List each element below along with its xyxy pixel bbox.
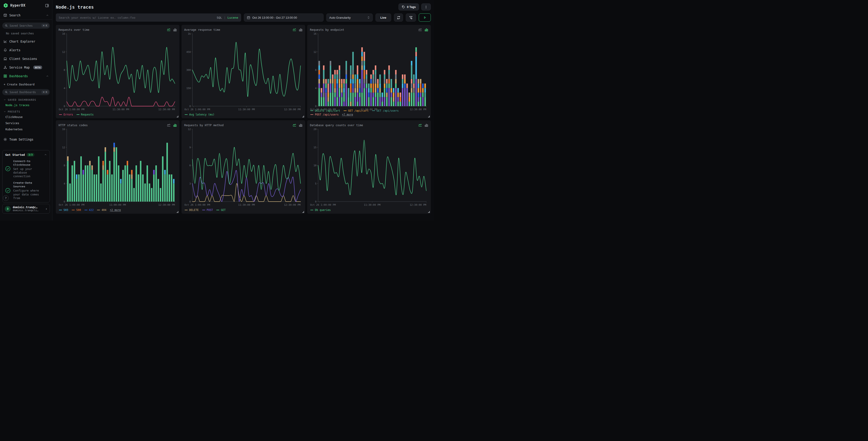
get-started-item-connect[interactable]: Connect to ClickHouse Set up your databa… [5,159,47,178]
user-menu[interactable]: D dominic.tran@c… dominic.tran@cli… › [2,204,50,214]
bar-chart-icon[interactable] [425,123,428,127]
line-chart-icon[interactable] [167,28,170,31]
panel-title: Database query counts over time [310,123,363,127]
line-chart-icon[interactable] [292,123,296,127]
legend-more-link[interactable]: +7 more [342,113,353,116]
run-query-button[interactable] [419,13,431,22]
svg-text:Oct 26 1:00:00 PM: Oct 26 1:00:00 PM [184,108,210,111]
svg-text:12: 12 [314,51,316,54]
bar-chart-icon[interactable] [173,123,177,127]
get-started-item-sources[interactable]: Create Data Sources Configure where your… [5,181,47,200]
granularity-select[interactable]: Auto Granularity [326,13,373,22]
line-chart-icon[interactable] [167,123,170,127]
lucene-toggle[interactable]: Lucene [227,16,238,19]
bar-chart-icon[interactable] [425,28,428,31]
tags-button-label: 0 Tags [407,5,416,9]
section-presets[interactable]: PRESETS [0,108,52,114]
legend-dash [59,114,62,115]
search-layout-icon [3,13,7,17]
collapse-sidebar-icon[interactable] [45,4,49,7]
section-saved-dashboards[interactable]: SAVED DASHBOARDS [0,96,52,102]
legend-label[interactable]: +7 more [342,113,353,116]
panel-resize-handle[interactable] [177,116,178,117]
svg-text:300: 300 [186,68,191,71]
svg-text:11:00:00 PM: 11:00:00 PM [361,108,377,111]
chevron-up-icon[interactable] [44,153,47,156]
line-chart-icon[interactable] [418,28,422,31]
tags-button[interactable]: 0 Tags [399,3,419,10]
legend-label: 404 [101,208,106,212]
bar-chart-icon[interactable] [173,28,177,31]
panel-resize-handle[interactable] [428,211,430,213]
ellipsis-vertical-icon [425,5,428,9]
svg-text:10: 10 [314,164,316,167]
panel-resize-handle[interactable] [302,211,304,213]
line-chart-icon[interactable] [292,28,296,31]
svg-text:12: 12 [62,51,65,54]
filter-button[interactable] [406,13,416,22]
date-range-picker[interactable]: Oct 26 13:00:00 - Oct 27 13:00:00 [244,13,323,22]
sidebar-item-dashboards[interactable]: Dashboards [0,72,52,80]
chevron-right-icon: › [45,207,48,211]
bar-chart-icon[interactable] [299,28,302,31]
sidebar-preset-kubernetes[interactable]: Kubernetes [0,126,52,133]
svg-text:12: 12 [188,128,191,131]
legend-item: Avg latency (ms) [185,113,215,116]
panel-resize-handle[interactable] [428,116,430,117]
legend-label[interactable]: +2 more [110,208,121,212]
sidebar-item-chart-explorer[interactable]: Chart Explorer [0,37,52,46]
sidebar-item-client-sessions[interactable]: Client Sessions [0,54,52,63]
sql-toggle[interactable]: SQL [217,16,222,19]
sidebar-preset-clickhouse[interactable]: ClickHouse [0,114,52,120]
sidebar-item-service-map[interactable]: Service Map BETA [0,63,52,72]
panel-title: Average response time [184,28,220,31]
service-map-icon [3,66,7,69]
get-started-header[interactable]: Get Started 3/3 [5,153,47,156]
select-chevrons-icon [367,16,370,19]
svg-text:Oct 26 1:00:00 PM: Oct 26 1:00:00 PM [310,108,336,111]
svg-text:12:30:00 PM: 12:30:00 PM [284,203,301,206]
saved-searches-input[interactable]: Saved Searches ⌘ K [2,23,50,29]
legend-label: Db queries [315,208,331,212]
svg-text:12:30:00 PM: 12:30:00 PM [410,108,426,111]
svg-text:8: 8 [64,164,65,167]
svg-text:150: 150 [186,87,191,90]
live-button[interactable]: Live [375,13,391,22]
bell-icon [3,48,7,52]
event-search-input[interactable]: Search your events w/ Lucene ex. column:… [56,13,241,22]
dashboard-menu-button[interactable] [421,3,431,10]
date-range-value: Oct 26 13:00:00 - Oct 27 13:00:00 [252,16,297,19]
get-started-progress-badge: 3/3 [27,153,34,156]
get-started-title: Get Started [5,153,25,156]
panel-view-toggle [292,123,302,127]
svg-text:20: 20 [314,128,316,131]
legend-more-link[interactable]: +2 more [110,208,121,212]
sidebar-dashboard-nodejs-traces[interactable]: Node.js traces [0,102,52,108]
panel-header: Requests by endpoint [310,27,428,32]
get-started-item-subtitle: Set up your database connection [13,167,41,178]
svg-text:1k: 1k [188,32,191,35]
panel-resize-handle[interactable] [177,211,178,213]
sidebar-preset-services[interactable]: Services [0,120,52,126]
refresh-button[interactable] [394,13,403,22]
svg-text:12:30:00 PM: 12:30:00 PM [158,108,175,111]
legend-item: POST /api/users [310,113,339,116]
svg-text:16: 16 [62,32,65,35]
saved-dashboards-input[interactable]: Saved Dashboards ⌘ K [2,89,50,95]
sidebar-item-alerts[interactable]: Alerts [0,46,52,54]
sidebar-item-label: Search [9,13,21,17]
dashboard-header: Node.js traces 0 Tags [53,0,434,10]
chart-http-status-codes: 0481216Oct 26 1:00:00 PM11:00:00 PM12:30… [59,127,177,207]
panel-resize-handle[interactable] [302,116,304,117]
help-button[interactable]: ? [3,195,9,201]
create-dashboard-button[interactable]: + Create Dashboard [0,80,52,88]
legend-label: Errors [64,113,73,116]
bar-chart-icon[interactable] [299,123,302,127]
sidebar-item-team-settings[interactable]: Team Settings [0,135,52,144]
line-chart-icon[interactable] [418,123,422,127]
toolbar: Search your events w/ Lucene ex. column:… [53,13,434,22]
legend-item: Db queries [310,208,331,212]
legend-label: 503 [64,208,68,212]
sidebar-item-search[interactable]: Search [0,11,52,20]
svg-text:16: 16 [62,128,65,131]
